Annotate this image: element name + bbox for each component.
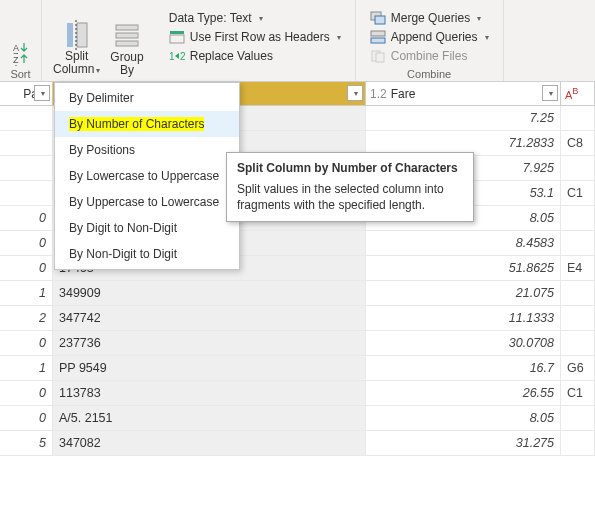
data-type-button[interactable]: Data Type: Text▾: [165, 10, 345, 26]
cell-ticket: 113783: [53, 381, 366, 405]
svg-text:2: 2: [180, 51, 185, 62]
svg-rect-4: [67, 23, 73, 47]
sort-desc-icon[interactable]: ZA: [11, 54, 31, 66]
cell-last: [561, 281, 595, 305]
cell-ticket: 347082: [53, 431, 366, 455]
tooltip: Split Column by Number of Characters Spl…: [226, 152, 474, 222]
cell-parc: 0: [0, 381, 53, 405]
svg-text:A: A: [13, 63, 19, 66]
cell-parc: [0, 131, 53, 155]
append-queries-button[interactable]: Append Queries▾: [366, 29, 493, 45]
cell-last: [561, 106, 595, 130]
combine-group: Merge Queries▾ Append Queries▾ Combine F…: [356, 0, 504, 81]
cell-parc: 0: [0, 231, 53, 255]
menu-item[interactable]: By Delimiter: [55, 85, 239, 111]
svg-text:1: 1: [169, 51, 175, 62]
cell-last: [561, 331, 595, 355]
replace-values-button[interactable]: 12 Replace Values: [165, 48, 345, 64]
cell-parc: [0, 181, 53, 205]
cell-last: [561, 206, 595, 230]
cell-parc: 1: [0, 281, 53, 305]
sort-group: AZ ZA Sort: [0, 0, 42, 81]
replace-values-label: Replace Values: [190, 49, 273, 63]
menu-item[interactable]: By Digit to Non-Digit: [55, 215, 239, 241]
menu-item[interactable]: By Non-Digit to Digit: [55, 241, 239, 267]
column-header-fare[interactable]: 1.2 Fare ▾: [366, 82, 561, 105]
cell-fare: 31.275: [366, 431, 561, 455]
cell-parc: 1: [0, 356, 53, 380]
cell-ticket: PP 9549: [53, 356, 366, 380]
cell-last: C1: [561, 181, 595, 205]
column-header-last[interactable]: AB: [561, 82, 595, 105]
replace-icon: 12: [169, 49, 185, 63]
filter-dropdown-ticket[interactable]: ▾: [347, 85, 363, 101]
cell-last: [561, 231, 595, 255]
cell-fare: 8.05: [366, 406, 561, 430]
split-column-label: Split Column▾: [53, 50, 100, 77]
split-column-icon: [63, 20, 91, 50]
tooltip-body: Split values in the selected column into…: [237, 181, 463, 213]
table-row[interactable]: 0A/5. 21518.05: [0, 406, 595, 431]
cell-parc: 0: [0, 256, 53, 280]
transform-group-left: Split Column▾ Group By: [42, 0, 155, 81]
cell-parc: 5: [0, 431, 53, 455]
svg-rect-10: [170, 31, 184, 34]
combine-files-icon: [370, 49, 386, 63]
cell-last: G6: [561, 356, 595, 380]
combine-files-label: Combine Files: [391, 49, 468, 63]
cell-fare: 21.075: [366, 281, 561, 305]
table-row[interactable]: 234774211.1333: [0, 306, 595, 331]
split-column-button[interactable]: Split Column▾: [48, 17, 105, 80]
tooltip-title: Split Column by Number of Characters: [237, 161, 463, 175]
column-type-prefix: 1.2: [370, 87, 387, 101]
svg-rect-11: [170, 35, 184, 43]
filter-dropdown-parc[interactable]: ▾: [34, 85, 50, 101]
cell-last: [561, 306, 595, 330]
cell-last: C1: [561, 381, 595, 405]
ribbon: AZ ZA Sort Split Column▾ Group By Data T…: [0, 0, 595, 82]
column-header-parc[interactable]: Parc ▾: [0, 82, 53, 105]
append-icon: [370, 30, 386, 44]
menu-item[interactable]: By Uppercase to Lowercase: [55, 189, 239, 215]
sort-group-label: Sort: [10, 68, 30, 80]
cell-last: C8: [561, 131, 595, 155]
cell-last: [561, 156, 595, 180]
first-row-headers-button[interactable]: Use First Row as Headers▾: [165, 29, 345, 45]
menu-item[interactable]: By Number of Characters: [55, 111, 239, 137]
svg-rect-15: [375, 16, 385, 24]
table-row[interactable]: 011378326.55C1: [0, 381, 595, 406]
cell-ticket: A/5. 2151: [53, 406, 366, 430]
cell-parc: 2: [0, 306, 53, 330]
cell-fare: 16.7: [366, 356, 561, 380]
cell-ticket: 349909: [53, 281, 366, 305]
combine-group-label: Combine: [407, 68, 451, 80]
menu-item[interactable]: By Lowercase to Uppercase: [55, 163, 239, 189]
svg-rect-9: [116, 41, 138, 46]
cell-parc: 0: [0, 331, 53, 355]
svg-rect-7: [116, 25, 138, 30]
filter-dropdown-fare[interactable]: ▾: [542, 85, 558, 101]
column-header-fare-label: Fare: [391, 87, 416, 101]
cell-ticket: 347742: [53, 306, 366, 330]
group-by-button[interactable]: Group By: [105, 17, 148, 80]
merge-queries-button[interactable]: Merge Queries▾: [366, 10, 493, 26]
svg-rect-17: [371, 38, 385, 43]
cell-fare: 30.0708: [366, 331, 561, 355]
combine-files-button[interactable]: Combine Files: [366, 48, 493, 64]
cell-last: [561, 406, 595, 430]
group-by-icon: [113, 21, 141, 51]
cell-parc: [0, 106, 53, 130]
table-row[interactable]: 134990921.075: [0, 281, 595, 306]
cell-fare: 7.25: [366, 106, 561, 130]
menu-item[interactable]: By Positions: [55, 137, 239, 163]
svg-rect-8: [116, 33, 138, 38]
table-row[interactable]: 534708231.275: [0, 431, 595, 456]
append-queries-label: Append Queries: [391, 30, 478, 44]
cell-fare: 51.8625: [366, 256, 561, 280]
transform-group-right: Data Type: Text▾ Use First Row as Header…: [155, 0, 356, 81]
table-row[interactable]: 1PP 954916.7G6: [0, 356, 595, 381]
cell-last: E4: [561, 256, 595, 280]
sort-asc-icon[interactable]: AZ: [11, 42, 31, 54]
table-row[interactable]: 023773630.0708: [0, 331, 595, 356]
svg-rect-19: [376, 53, 384, 62]
